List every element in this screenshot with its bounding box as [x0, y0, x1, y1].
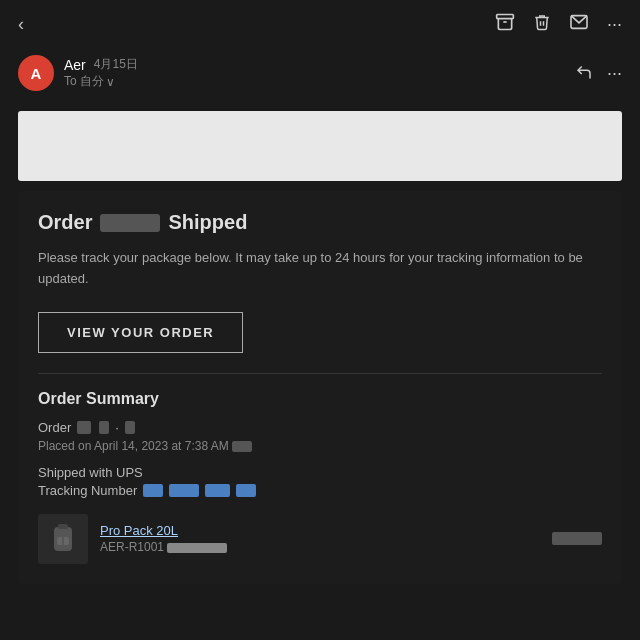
- order-number-redacted2: [99, 421, 109, 434]
- order-prefix: Order: [38, 211, 92, 234]
- mail-icon[interactable]: [569, 14, 589, 35]
- svg-rect-0: [497, 15, 514, 19]
- reply-icon[interactable]: [575, 63, 593, 84]
- sender-details: Aer 4月15日 To 自分 ∨: [64, 56, 138, 90]
- product-info: Pro Pack 20L AER-R1001: [100, 523, 540, 554]
- email-banner-image: [18, 111, 622, 181]
- product-row: Pro Pack 20L AER-R1001: [38, 514, 602, 564]
- order-number-redacted: [77, 421, 91, 434]
- order-number-symbol: ·: [115, 420, 119, 435]
- order-number-label: Order: [38, 420, 71, 435]
- sender-date: 4月15日: [94, 56, 138, 73]
- more-actions-icon[interactable]: ···: [607, 14, 622, 35]
- order-id-redacted: [100, 214, 160, 232]
- product-sku: AER-R1001: [100, 540, 540, 554]
- order-count-redacted: [125, 421, 135, 434]
- avatar: A: [18, 55, 54, 91]
- product-thumbnail: [38, 514, 88, 564]
- sender-name: Aer: [64, 57, 86, 73]
- tracking-description: Please track your package below. It may …: [38, 248, 602, 290]
- order-summary-title: Order Summary: [38, 390, 602, 408]
- top-bar: ‹ ···: [0, 0, 640, 45]
- email-actions: ···: [575, 63, 622, 84]
- svg-rect-3: [58, 524, 68, 529]
- email-header: A Aer 4月15日 To 自分 ∨ ···: [0, 45, 640, 101]
- tracking-number-redacted3: [205, 484, 230, 497]
- cta-container: VIEW YOUR ORDER: [38, 312, 602, 353]
- tracking-number-redacted4: [236, 484, 256, 497]
- sender-info: A Aer 4月15日 To 自分 ∨: [18, 55, 138, 91]
- order-suffix: Shipped: [168, 211, 247, 234]
- top-bar-left: ‹: [18, 14, 24, 35]
- order-title: Order Shipped: [38, 211, 602, 234]
- email-body: Order Shipped Please track your package …: [0, 101, 640, 640]
- tracking-row: Tracking Number: [38, 483, 602, 498]
- more-email-icon[interactable]: ···: [607, 63, 622, 84]
- tracking-number-redacted2: [169, 484, 199, 497]
- sender-name-row: Aer 4月15日: [64, 56, 138, 73]
- product-price-redacted: [552, 532, 602, 545]
- top-bar-right: ···: [495, 12, 622, 37]
- email-content: Order Shipped Please track your package …: [18, 191, 622, 584]
- backpack-icon: [45, 521, 81, 557]
- back-icon[interactable]: ‹: [18, 14, 24, 35]
- sku-underline: [167, 543, 227, 553]
- tracking-number-redacted1: [143, 484, 163, 497]
- product-name-link[interactable]: Pro Pack 20L: [100, 523, 540, 538]
- archive-icon[interactable]: [495, 12, 515, 37]
- placed-blur: [232, 441, 252, 452]
- order-number-row: Order ·: [38, 420, 602, 435]
- delete-icon[interactable]: [533, 12, 551, 37]
- order-placed: Placed on April 14, 2023 at 7:38 AM: [38, 439, 602, 453]
- shipped-with: Shipped with UPS: [38, 465, 602, 480]
- section-divider: [38, 373, 602, 374]
- tracking-label: Tracking Number: [38, 483, 137, 498]
- sender-to[interactable]: To 自分 ∨: [64, 73, 138, 90]
- view-order-button[interactable]: VIEW YOUR ORDER: [38, 312, 243, 353]
